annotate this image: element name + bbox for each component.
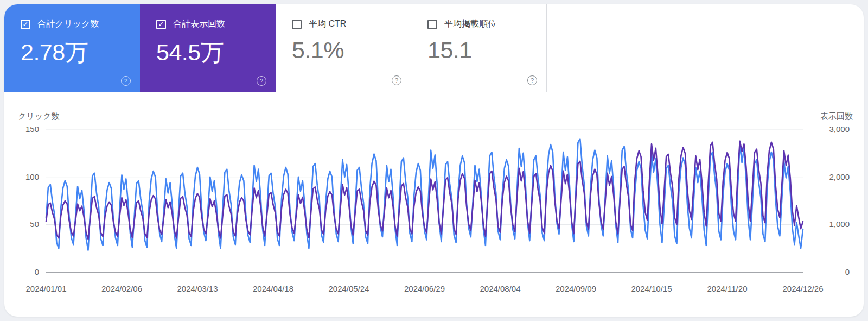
help-icon[interactable]: ? <box>121 76 131 86</box>
help-icon[interactable]: ? <box>257 76 266 86</box>
metric-tile-total-clicks[interactable]: ✓ 合計クリック数 2.78万 ? <box>4 4 140 92</box>
metric-label: 平均 CTR <box>309 18 346 30</box>
x-axis-date-label: 2024/10/15 <box>631 284 672 293</box>
right-axis-tick: 2,000 <box>829 172 850 181</box>
checkbox-unchecked-icon[interactable] <box>292 20 302 29</box>
metric-value: 54.5万 <box>156 37 266 68</box>
left-axis-tick: 150 <box>25 124 39 134</box>
right-axis-tick: 0 <box>845 267 850 276</box>
metric-tile-average-ctr[interactable]: 平均 CTR 5.1% ? <box>276 4 411 92</box>
tile-header: ✓ 合計クリック数 <box>21 18 130 30</box>
checkbox-unchecked-icon[interactable] <box>427 20 437 29</box>
metric-tile-average-position[interactable]: 平均掲載順位 15.1 ? <box>411 4 547 92</box>
metric-tile-total-impressions[interactable]: ✓ 合計表示回数 54.5万 ? <box>140 4 276 92</box>
metric-label: 合計表示回数 <box>173 18 225 30</box>
metric-value: 2.78万 <box>21 37 130 68</box>
right-axis-tick: 3,000 <box>829 124 850 134</box>
metric-label: 平均掲載順位 <box>444 18 496 30</box>
metric-value: 15.1 <box>427 37 537 64</box>
tile-header: ✓ 合計表示回数 <box>156 18 266 30</box>
left-axis-tick: 0 <box>35 267 39 276</box>
performance-card: ✓ 合計クリック数 2.78万 ? ✓ 合計表示回数 54.5万 ? 平均 CT… <box>4 4 864 317</box>
x-axis-date-label: 2024/05/24 <box>328 284 369 293</box>
metric-value: 5.1% <box>292 37 401 64</box>
right-axis-title: 表示回数 <box>820 111 853 121</box>
x-axis-date-label: 2024/12/26 <box>782 284 823 293</box>
x-axis-date-label: 2024/03/13 <box>177 284 218 293</box>
checkbox-checked-icon[interactable]: ✓ <box>21 20 30 29</box>
metric-label: 合計クリック数 <box>37 18 99 30</box>
tile-header: 平均 CTR <box>292 18 401 30</box>
left-axis-title: クリック数 <box>18 111 59 121</box>
help-icon[interactable]: ? <box>527 75 537 85</box>
x-axis-date-label: 2024/11/20 <box>707 284 748 293</box>
x-axis-date-label: 2024/06/29 <box>404 284 445 293</box>
left-axis-tick: 50 <box>30 219 39 229</box>
checkbox-checked-icon[interactable]: ✓ <box>156 20 166 29</box>
x-axis-date-label: 2024/01/01 <box>25 284 66 293</box>
metric-tiles-row: ✓ 合計クリック数 2.78万 ? ✓ 合計表示回数 54.5万 ? 平均 CT… <box>4 4 864 92</box>
left-axis-tick: 100 <box>25 172 39 181</box>
help-icon[interactable]: ? <box>392 75 401 85</box>
performance-line-chart[interactable]: 00501,0001002,0001503,000クリック数表示回数2024/0… <box>4 92 864 317</box>
x-axis-date-label: 2024/09/09 <box>556 284 596 293</box>
right-axis-tick: 1,000 <box>829 219 850 229</box>
clicks-line <box>46 139 803 250</box>
x-axis-date-label: 2024/08/04 <box>480 284 520 293</box>
tile-header: 平均掲載順位 <box>427 18 537 30</box>
x-axis-date-label: 2024/02/06 <box>101 284 142 293</box>
x-axis-date-label: 2024/04/18 <box>253 284 293 293</box>
